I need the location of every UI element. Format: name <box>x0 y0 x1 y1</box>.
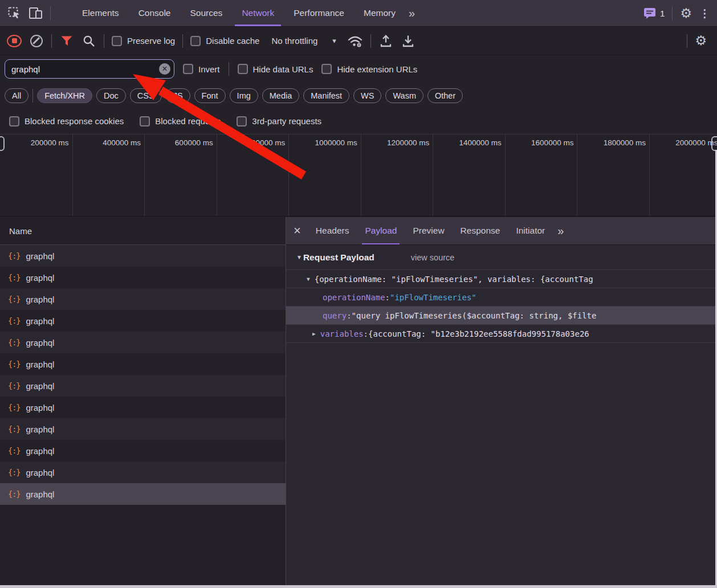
detail-tab-headers[interactable]: Headers <box>308 217 357 244</box>
request-name: graphql <box>26 489 54 499</box>
chip-css[interactable]: CSS <box>130 88 162 103</box>
filter-blocked-response-cookies[interactable]: Blocked response cookies <box>9 116 124 126</box>
tab-performance[interactable]: Performance <box>284 0 354 26</box>
filter-3rd-party-requests[interactable]: 3rd-party requests <box>237 116 321 126</box>
invert-checkbox[interactable] <box>183 64 193 74</box>
tab-sources[interactable]: Sources <box>181 0 233 26</box>
hide-data-urls-checkbox[interactable] <box>238 64 248 74</box>
chip-font[interactable]: Font <box>194 88 226 103</box>
inspect-element-icon[interactable] <box>7 5 22 22</box>
window-edge-bottom <box>0 585 717 588</box>
request-row[interactable]: {:}graphql <box>0 245 286 267</box>
chip-js[interactable]: JS <box>166 88 190 103</box>
more-panels-icon[interactable]: » <box>409 7 415 19</box>
request-row[interactable]: {:}graphql <box>0 462 286 483</box>
chip-other[interactable]: Other <box>427 88 463 103</box>
blocked-requests-checkbox[interactable] <box>140 116 150 126</box>
tab-elements[interactable]: Elements <box>72 0 129 26</box>
request-row[interactable]: {:}graphql <box>0 397 286 418</box>
detail-tab-payload[interactable]: Payload <box>357 217 405 244</box>
json-file-icon: {:} <box>8 403 20 412</box>
request-name: graphql <box>26 468 54 477</box>
hide-data-urls-label: Hide data URLs <box>253 64 313 74</box>
chip-doc[interactable]: Doc <box>96 88 126 103</box>
throttling-dropdown[interactable]: No throttling ▾ <box>271 36 336 46</box>
json-file-icon: {:} <box>8 338 20 347</box>
timeline-tick-label: 200000 ms <box>31 138 69 147</box>
payload-row[interactable]: query: "query ipFlowTimeseries($accountT… <box>286 307 717 325</box>
timeline-left-handle[interactable] <box>0 136 5 151</box>
request-row[interactable]: {:}graphql <box>0 483 286 505</box>
chip-manifest[interactable]: Manifest <box>303 88 349 103</box>
requests-pane: Name {:}graphql{:}graphql{:}graphql{:}gr… <box>0 217 286 588</box>
payload-row[interactable]: ▶variables: {accountTag: "b12e3b2192ee55… <box>286 325 717 343</box>
timeline-gridline <box>72 134 73 216</box>
hide-extension-urls-checkbox[interactable] <box>321 64 332 74</box>
tab-network[interactable]: Network <box>232 0 284 26</box>
chip-all[interactable]: All <box>5 88 28 103</box>
timeline-gridline <box>505 134 506 216</box>
hide-extension-urls-toggle[interactable]: Hide extension URLs <box>321 64 417 74</box>
request-row[interactable]: {:}graphql <box>0 418 286 440</box>
divider <box>50 6 51 20</box>
detail-tab-response[interactable]: Response <box>453 217 508 244</box>
collapse-icon[interactable]: ▼ <box>296 254 302 260</box>
disable-cache-checkbox[interactable] <box>190 36 201 46</box>
filter-blocked-requests[interactable]: Blocked requests <box>140 116 221 126</box>
request-list: {:}graphql{:}graphql{:}graphql{:}graphql… <box>0 245 286 505</box>
request-row[interactable]: {:}graphql <box>0 267 286 288</box>
filter-funnel-icon[interactable] <box>59 32 74 50</box>
disable-cache-toggle[interactable]: Disable cache <box>190 36 259 46</box>
more-tabs-icon[interactable]: » <box>557 224 564 238</box>
export-har-icon[interactable] <box>401 32 415 50</box>
request-row[interactable]: {:}graphql <box>0 332 286 353</box>
request-row[interactable]: {:}graphql <box>0 288 286 310</box>
request-row[interactable]: {:}graphql <box>0 310 286 332</box>
kebab-menu-icon[interactable]: ⋮ <box>699 8 710 19</box>
tab-console[interactable]: Console <box>129 0 181 26</box>
chip-ws[interactable]: WS <box>353 88 381 103</box>
chip-img[interactable]: Img <box>230 88 258 103</box>
expand-icon[interactable]: ▶ <box>312 330 316 337</box>
detail-tab-initiator[interactable]: Initiator <box>508 217 553 244</box>
detail-tab-preview[interactable]: Preview <box>405 217 452 244</box>
network-filter-row: × Invert Hide data URLs Hide extension U… <box>0 55 717 83</box>
name-column-header[interactable]: Name <box>0 217 286 245</box>
hide-data-urls-toggle[interactable]: Hide data URLs <box>238 64 313 74</box>
issues-indicator[interactable]: 1 <box>643 7 665 19</box>
settings-gear-icon[interactable]: ⚙ <box>680 7 692 20</box>
invert-filter-toggle[interactable]: Invert <box>183 64 220 74</box>
3rd-party-requests-checkbox[interactable] <box>237 116 247 126</box>
blocked-response-cookies-checkbox[interactable] <box>9 116 19 126</box>
network-conditions-icon[interactable] <box>347 32 363 50</box>
close-icon[interactable]: × <box>294 224 301 237</box>
chip-media[interactable]: Media <box>262 88 300 103</box>
view-source-link[interactable]: view source <box>411 253 455 262</box>
record-network-log-button[interactable] <box>7 35 22 47</box>
tab-memory[interactable]: Memory <box>354 0 405 26</box>
request-name: graphql <box>26 424 54 434</box>
chip-wasm[interactable]: Wasm <box>385 88 423 103</box>
chip-fetch-xhr[interactable]: Fetch/XHR <box>37 88 92 103</box>
request-row[interactable]: {:}graphql <box>0 353 286 375</box>
request-row[interactable]: {:}graphql <box>0 375 286 397</box>
clear-network-log-icon[interactable] <box>30 35 43 47</box>
network-settings-gear-icon[interactable]: ⚙ <box>695 34 707 47</box>
collapse-icon[interactable]: ▼ <box>307 276 310 282</box>
detail-tabs: HeadersPayloadPreviewResponseInitiator <box>308 217 553 244</box>
clear-filter-icon[interactable]: × <box>159 63 170 75</box>
import-har-icon[interactable] <box>378 32 393 50</box>
json-file-icon: {:} <box>8 273 20 282</box>
payload-segment: {accountTag: "b12e3b2192ee5588fdad995178… <box>368 329 589 338</box>
payload-row[interactable]: ▼{operationName: "ipFlowTimeseries", var… <box>286 270 717 288</box>
device-toolbar-icon[interactable] <box>28 5 43 22</box>
divider <box>370 34 371 48</box>
filter-input[interactable] <box>5 59 174 79</box>
network-overview-timeline[interactable]: 200000 ms400000 ms600000 ms800000 ms1000… <box>0 134 717 217</box>
preserve-log-toggle[interactable]: Preserve log <box>112 36 175 46</box>
payload-row[interactable]: operationName: "ipFlowTimeseries" <box>286 288 717 307</box>
network-panels: Name {:}graphql{:}graphql{:}graphql{:}gr… <box>0 217 717 588</box>
preserve-log-checkbox[interactable] <box>112 36 122 46</box>
request-row[interactable]: {:}graphql <box>0 440 286 462</box>
search-icon[interactable] <box>82 32 96 50</box>
